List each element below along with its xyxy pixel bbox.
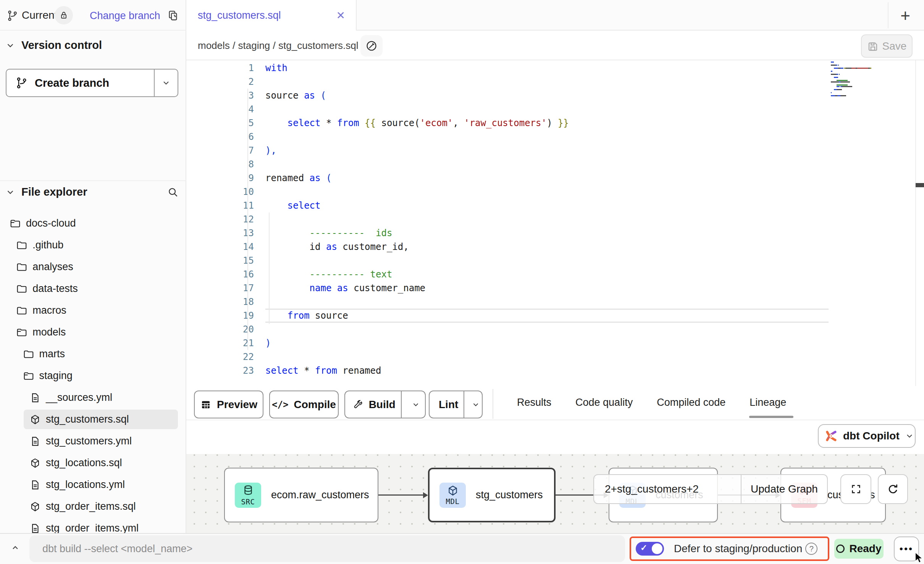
line-number: 8 <box>206 157 254 171</box>
file-tree-item--github[interactable]: .github <box>0 234 186 256</box>
code-line-11: 11 select <box>206 199 829 212</box>
file-tree-item-macros[interactable]: macros <box>0 300 186 321</box>
tab-compiled-code[interactable]: Compiled code <box>657 397 725 408</box>
fullscreen-button[interactable] <box>840 474 871 504</box>
line-number: 22 <box>206 350 254 364</box>
code-line-19: 19 from source <box>206 309 829 323</box>
code-line-15: 15 <box>206 254 829 267</box>
update-graph-button[interactable]: Update Graph <box>741 483 827 495</box>
preview-button[interactable]: Preview <box>194 391 263 418</box>
node-label: stg_customers <box>476 489 543 501</box>
editor-minimap[interactable] <box>831 61 913 96</box>
line-number: 20 <box>206 323 254 336</box>
line-number: 15 <box>206 254 254 267</box>
status-circle-icon <box>836 545 845 553</box>
fullscreen-icon <box>850 483 862 495</box>
file-tree: docs-cloud.githubanalysesdata-testsmacro… <box>0 212 186 539</box>
tab-results[interactable]: Results <box>517 397 551 408</box>
tabbar-separator <box>888 2 888 28</box>
chevron-down-icon <box>905 431 914 441</box>
file-icon <box>29 523 41 534</box>
file-tree-item-docs-cloud[interactable]: docs-cloud <box>0 212 186 234</box>
file-tree-item-staging[interactable]: staging <box>0 365 186 387</box>
code-editor[interactable]: 1with23source as (45 select * from {{ so… <box>186 60 915 386</box>
lint-dropdown[interactable] <box>470 391 482 418</box>
lint-label: Lint <box>439 399 458 411</box>
search-icon[interactable] <box>167 186 179 198</box>
file-tree-item-stg-customers-sql[interactable]: stg_customers.sql <box>0 408 186 430</box>
file-tree-label: stg_order_items.yml <box>46 522 139 534</box>
version-control-header[interactable]: Version control <box>5 39 102 52</box>
file-tree-item-stg-customers-yml[interactable]: stg_customers.yml <box>0 430 186 452</box>
copy-icon[interactable] <box>167 9 179 21</box>
code-line-21: 21) <box>206 336 829 350</box>
mdl-badge: MDL <box>439 483 466 508</box>
build-button[interactable]: Build <box>344 391 426 418</box>
create-branch-dropdown[interactable] <box>155 70 178 96</box>
line-number: 17 <box>206 281 254 295</box>
collapse-panel-button[interactable] <box>5 538 25 558</box>
lineage-selector-input[interactable]: 2+stg_customers+2 <box>605 483 741 495</box>
file-icon <box>29 392 41 404</box>
code-line-1: 1with <box>206 61 829 75</box>
lineage-edge-arrow <box>423 492 428 498</box>
file-tree-item--sources-yml[interactable]: __sources.yml <box>0 387 186 408</box>
check-icon: ✓ <box>640 543 647 553</box>
code-line-6: 6 <box>206 130 829 144</box>
line-number: 4 <box>206 102 254 116</box>
defer-toggle[interactable]: ✓ <box>636 542 664 556</box>
chevron-up-icon <box>10 543 21 553</box>
file-tree-label: docs-cloud <box>26 217 76 229</box>
line-number: 23 <box>206 364 254 378</box>
file-tree-label: data-tests <box>32 283 78 295</box>
help-icon[interactable]: ? <box>805 543 817 555</box>
indent-guide <box>269 212 270 324</box>
tab-lineage[interactable]: Lineage <box>750 397 786 408</box>
lint-button[interactable]: Lint <box>429 391 483 418</box>
file-tree-label: staging <box>39 370 73 382</box>
chevron-down-icon <box>162 78 171 88</box>
chevron-down-icon <box>5 41 15 50</box>
refresh-button[interactable] <box>878 474 908 504</box>
save-button[interactable]: Save <box>861 34 913 58</box>
node-label: ecom.raw_customers <box>271 489 369 501</box>
change-branch-link[interactable]: Change branch <box>90 10 160 22</box>
create-branch-button[interactable]: Create branch <box>6 69 178 97</box>
file-tree-item-data-tests[interactable]: data-tests <box>0 278 186 300</box>
file-tree-item-analyses[interactable]: analyses <box>0 256 186 278</box>
lineage-node-ecom-raw-customers[interactable]: SRCecom.raw_customers <box>224 468 378 522</box>
code-line-5: 5 select * from {{ source('ecom', 'raw_c… <box>206 116 829 130</box>
file-tree-label: __sources.yml <box>46 392 112 404</box>
scrollbar-thumb[interactable] <box>916 183 924 187</box>
code-line-9: 9renamed as ( <box>206 171 829 185</box>
folder-icon <box>16 240 27 251</box>
line-number: 9 <box>206 171 254 185</box>
model-gauge-icon[interactable] <box>360 35 383 57</box>
line-number: 6 <box>206 130 254 144</box>
file-tree-item-stg-locations-sql[interactable]: stg_locations.sql <box>0 452 186 474</box>
new-tab-button[interactable]: + <box>895 5 916 26</box>
file-tree-item-stg-order-items-sql[interactable]: stg_order_items.sql <box>0 496 186 517</box>
file-tree-item-marts[interactable]: marts <box>0 343 186 365</box>
compile-button[interactable]: </> Compile <box>269 391 339 418</box>
model-icon <box>29 457 41 469</box>
dbt-copilot-button[interactable]: dbt Copilot <box>818 424 916 448</box>
code-line-18: 18 <box>206 295 829 309</box>
folder-open-icon <box>16 327 27 338</box>
code-line-2: 2 <box>206 75 829 89</box>
file-tree-item-models[interactable]: models <box>0 321 186 343</box>
file-tree-label: stg_locations.sql <box>46 457 122 469</box>
command-input[interactable]: dbt build --select <model_name> <box>29 535 625 562</box>
file-tree-item-stg-locations-yml[interactable]: stg_locations.yml <box>0 474 186 496</box>
line-number: 19 <box>206 309 254 323</box>
tab-stg-customers-sql[interactable]: stg_customers.sql ✕ <box>186 0 357 31</box>
close-icon[interactable]: ✕ <box>336 9 345 22</box>
build-dropdown[interactable] <box>407 391 425 418</box>
file-explorer-header[interactable]: File explorer <box>5 186 181 198</box>
active-tab-underline <box>749 416 793 418</box>
lineage-node-stg-customers[interactable]: MDLstg_customers <box>428 468 556 522</box>
code-line-10: 10 <box>206 185 829 199</box>
file-tree-label: macros <box>32 305 66 316</box>
tab-code-quality[interactable]: Code quality <box>575 397 633 408</box>
indent-guide <box>247 89 248 350</box>
